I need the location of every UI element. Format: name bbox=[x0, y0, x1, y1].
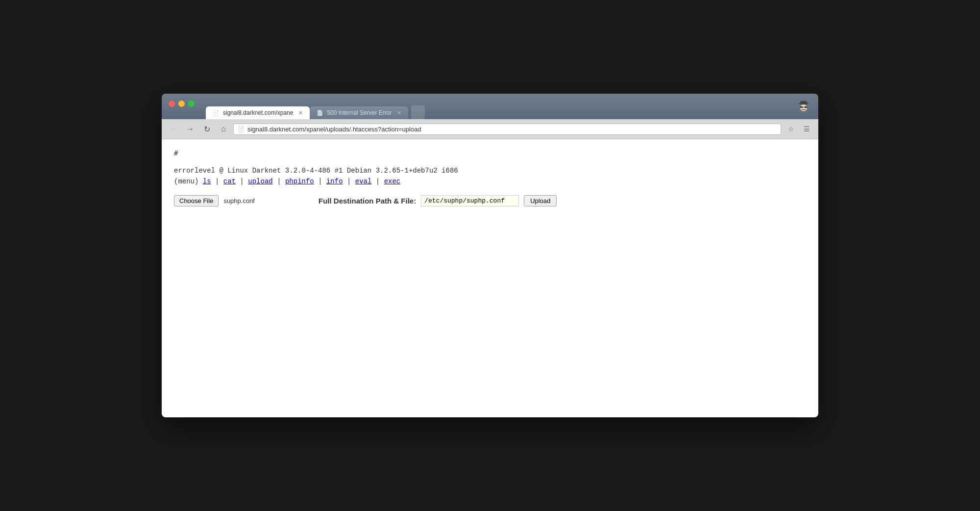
menu-link-info[interactable]: info bbox=[326, 178, 343, 185]
forward-button[interactable]: → bbox=[183, 122, 197, 136]
maximize-button[interactable] bbox=[188, 101, 195, 107]
browser-toolbar: ← → ↻ ⌂ 📄 ☆ ☰ bbox=[162, 119, 818, 139]
home-button[interactable]: ⌂ bbox=[217, 122, 230, 136]
sep5: | bbox=[347, 178, 355, 185]
window-controls bbox=[169, 101, 195, 107]
tab-inactive-label: 500 Internal Server Error bbox=[327, 109, 392, 116]
toolbar-right: ☆ ☰ bbox=[784, 122, 813, 136]
page-content: # errorlevel @ Linux Darknet 3.2.0-4-486… bbox=[162, 139, 818, 417]
address-icon: 📄 bbox=[238, 126, 245, 132]
sep3: | bbox=[277, 178, 285, 185]
tabs-area: 📄 signal8.darknet.com/xpane ✕ 📄 500 Inte… bbox=[206, 105, 425, 119]
new-tab-button[interactable] bbox=[411, 105, 425, 119]
browser-window: 📄 signal8.darknet.com/xpane ✕ 📄 500 Inte… bbox=[162, 94, 818, 417]
tab-active[interactable]: 📄 signal8.darknet.com/xpane ✕ bbox=[206, 106, 310, 119]
tab-page-icon-2: 📄 bbox=[317, 110, 323, 116]
menu-prefix: (menu) bbox=[174, 178, 198, 185]
sep4: | bbox=[318, 178, 326, 185]
menu-link-ls[interactable]: ls bbox=[203, 178, 211, 185]
menu-link-cat[interactable]: cat bbox=[223, 178, 236, 185]
sep2: | bbox=[240, 178, 248, 185]
tab-close-icon-2[interactable]: ✕ bbox=[397, 110, 401, 116]
svg-rect-4 bbox=[805, 106, 807, 108]
destination-input[interactable] bbox=[421, 195, 519, 206]
address-bar-container: 📄 bbox=[233, 124, 781, 135]
spy-extension-icon[interactable] bbox=[796, 99, 811, 114]
sep1: | bbox=[215, 178, 223, 185]
menu-link-phpinfo[interactable]: phpinfo bbox=[285, 178, 314, 185]
tab-close-icon[interactable]: ✕ bbox=[298, 110, 303, 116]
error-level-line: errorlevel @ Linux Darknet 3.2.0-4-486 #… bbox=[174, 167, 806, 175]
choose-file-button[interactable]: Choose File bbox=[174, 195, 219, 206]
menu-link-upload[interactable]: upload bbox=[248, 178, 272, 185]
back-button[interactable]: ← bbox=[167, 122, 180, 136]
tab-inactive[interactable]: 📄 500 Internal Server Error ✕ bbox=[310, 106, 408, 119]
sep6: | bbox=[376, 178, 384, 185]
svg-rect-1 bbox=[800, 101, 807, 104]
menu-link-eval[interactable]: eval bbox=[355, 178, 372, 185]
upload-button[interactable]: Upload bbox=[524, 195, 557, 206]
minimize-button[interactable] bbox=[178, 101, 185, 107]
menu-link-exec[interactable]: exec bbox=[384, 178, 401, 185]
title-bar: 📄 signal8.darknet.com/xpane ✕ 📄 500 Inte… bbox=[162, 94, 818, 119]
upload-form: Choose File suphp.conf Full Destination … bbox=[174, 195, 806, 206]
close-button[interactable] bbox=[169, 101, 175, 107]
menu-line: (menu) ls | cat | upload | phpinfo | inf… bbox=[174, 178, 806, 185]
destination-label: Full Destination Path & File: bbox=[318, 197, 416, 205]
menu-icon[interactable]: ☰ bbox=[800, 122, 813, 136]
reload-button[interactable]: ↻ bbox=[200, 122, 214, 136]
svg-rect-3 bbox=[800, 106, 803, 108]
tab-page-icon: 📄 bbox=[213, 110, 220, 116]
chosen-filename: suphp.conf bbox=[223, 197, 255, 204]
address-bar[interactable] bbox=[247, 126, 777, 133]
tab-active-label: signal8.darknet.com/xpane bbox=[223, 109, 293, 116]
bookmark-icon[interactable]: ☆ bbox=[784, 122, 798, 136]
hash-symbol: # bbox=[174, 149, 806, 157]
extension-area bbox=[796, 99, 811, 114]
